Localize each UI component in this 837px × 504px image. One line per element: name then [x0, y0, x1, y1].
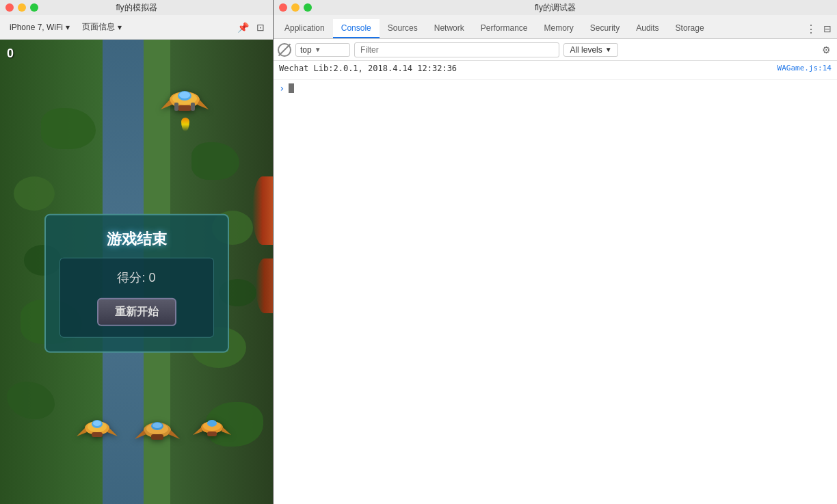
- tab-network[interactable]: Network: [426, 19, 473, 38]
- console-message-0: Wechat Lib:2.0.1, 2018.4.14 12:32:36 WAG…: [274, 61, 837, 80]
- game-area: 0 游戏结束: [0, 40, 273, 504]
- console-prompt[interactable]: ›: [274, 80, 837, 96]
- tab-storage[interactable]: Storage: [667, 19, 713, 38]
- context-chevron: ▼: [315, 46, 321, 53]
- devtools-close-button[interactable]: [279, 3, 287, 12]
- settings-icon[interactable]: ⚙: [819, 43, 833, 57]
- console-message-text-0: Wechat Lib:2.0.1, 2018.4.14 12:32:36: [279, 64, 772, 73]
- page-info-selector[interactable]: 页面信息 ▾: [78, 20, 126, 34]
- spaceships-bottom: [75, 412, 209, 449]
- simulator-panel: fly的模拟器 iPhone 7, WiFi ▾ 页面信息 ▾ 📌 ⊡: [0, 0, 274, 504]
- devtools-traffic-lights: [279, 3, 312, 12]
- log-level-chevron: ▼: [605, 46, 612, 53]
- svg-marker-26: [193, 427, 202, 435]
- more-options-icon[interactable]: ⋮: [804, 22, 818, 36]
- tab-application[interactable]: Application: [276, 19, 333, 38]
- clear-console-button[interactable]: [278, 43, 291, 57]
- svg-point-3: [179, 92, 190, 98]
- tab-audits[interactable]: Audits: [628, 19, 667, 38]
- devtools-tabs: Application Console Sources Network Perf…: [274, 15, 837, 39]
- svg-rect-6: [178, 105, 191, 111]
- simulator-titlebar: fly的模拟器: [0, 0, 273, 15]
- spaceship-top: [157, 81, 212, 121]
- svg-rect-15: [92, 432, 103, 437]
- device-chevron: ▾: [66, 23, 70, 32]
- log-level-selector[interactable]: All levels ▼: [563, 43, 617, 57]
- maximize-button[interactable]: [30, 3, 38, 12]
- tab-security[interactable]: Security: [582, 19, 628, 38]
- console-output: Wechat Lib:2.0.1, 2018.4.14 12:32:36 WAG…: [274, 61, 837, 504]
- svg-rect-7: [174, 103, 178, 111]
- restart-button[interactable]: 重新开始: [97, 297, 176, 326]
- score-display: 0: [7, 47, 14, 61]
- score-value: 0: [7, 47, 14, 60]
- simulator-title: fly的模拟器: [116, 2, 157, 14]
- context-label: top: [300, 45, 312, 55]
- fullscreen-icon[interactable]: ⊡: [254, 21, 267, 34]
- console-chevron-icon: ›: [279, 83, 284, 94]
- svg-point-12: [93, 421, 101, 426]
- sim-toolbar: iPhone 7, WiFi ▾ 页面信息 ▾ 📌 ⊡: [0, 15, 273, 40]
- score-box: 得分: 0 重新开始: [59, 257, 214, 337]
- page-info-label: 页面信息: [82, 21, 115, 33]
- game-over-title: 游戏结束: [107, 228, 167, 249]
- traffic-lights: [5, 3, 38, 12]
- devtools-console-toolbar: top ▼ All levels ▼ ⚙: [274, 39, 837, 61]
- device-selector[interactable]: iPhone 7, WiFi ▾: [5, 21, 74, 34]
- svg-marker-27: [222, 427, 231, 435]
- game-over-dialog: 游戏结束 得分: 0 重新开始: [44, 213, 229, 352]
- devtools-panel: fly的调试器 Application Console Sources Netw…: [274, 0, 837, 504]
- svg-marker-14: [107, 428, 118, 436]
- console-message-source-0[interactable]: WAGame.js:14: [778, 64, 832, 72]
- svg-marker-13: [77, 428, 87, 436]
- dock-icon[interactable]: ⊟: [821, 22, 834, 36]
- svg-rect-8: [191, 103, 195, 111]
- devtools-title: fly的调试器: [535, 2, 576, 14]
- minimize-button[interactable]: [18, 3, 26, 12]
- score-text: 得分: 0: [117, 269, 155, 285]
- device-label: iPhone 7, WiFi: [10, 23, 63, 32]
- page-info-chevron: ▾: [118, 23, 122, 32]
- devtools-tab-icons: ⋮ ⊟: [804, 22, 834, 38]
- svg-rect-22: [151, 434, 163, 440]
- filter-input[interactable]: [354, 42, 559, 57]
- pin-icon[interactable]: 📌: [236, 21, 250, 34]
- devtools-maximize-button[interactable]: [304, 3, 312, 12]
- context-selector[interactable]: top ▼: [295, 43, 350, 57]
- svg-rect-28: [207, 432, 217, 436]
- tab-console[interactable]: Console: [333, 19, 380, 38]
- devtools-titlebar: fly的调试器: [274, 0, 837, 15]
- close-button[interactable]: [5, 3, 14, 12]
- console-cursor: [289, 83, 294, 93]
- tab-memory[interactable]: Memory: [536, 19, 582, 38]
- devtools-minimize-button[interactable]: [291, 3, 300, 12]
- tab-sources[interactable]: Sources: [380, 19, 426, 38]
- log-level-label: All levels: [570, 45, 602, 55]
- tab-performance[interactable]: Performance: [473, 19, 536, 38]
- svg-point-25: [207, 420, 217, 427]
- svg-point-19: [152, 423, 162, 428]
